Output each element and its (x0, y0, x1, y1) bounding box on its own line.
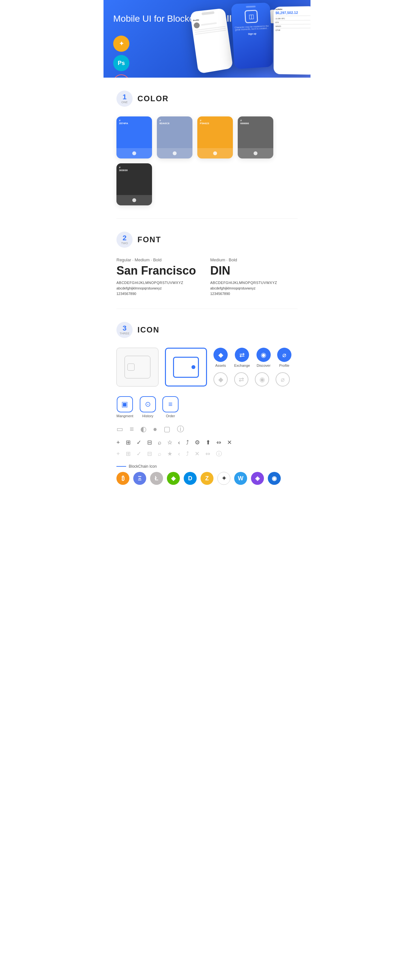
check-m-icon: ✓ (137, 450, 141, 457)
font-section: 2 TWO FONT Regular · Medium · Bold San F… (104, 219, 310, 309)
exchange-icon-filled-circle: ⇄ (235, 348, 249, 362)
color-section-header: 1 ONE COLOR (116, 91, 298, 107)
assets-icon-filled[interactable]: ◆ Assets (213, 348, 228, 368)
assets-icon-outline[interactable]: ◆ (213, 372, 228, 387)
back-m-icon: ‹ (178, 450, 180, 457)
icon-section-number: 3 THREE (116, 322, 132, 338)
swatch-blue: # 3574FA (116, 116, 152, 159)
color-section-number: 1 ONE (116, 91, 132, 107)
star-icon[interactable]: ☆ (167, 439, 172, 446)
zcash-coin-icon: Z (201, 472, 213, 485)
profile-icon-outline[interactable]: ⌀ (275, 372, 290, 387)
exchange-icon-outline-circle: ⇄ (234, 372, 248, 387)
share-m-icon: ⤴ (186, 450, 189, 457)
bitcoin-coin-icon: ₿ (116, 472, 129, 485)
font-grid: Regular · Medium · Bold San Francisco AB… (116, 258, 298, 296)
litecoin-coin-icon: Ł (150, 472, 163, 485)
exchange-icon-outline[interactable]: ⇄ (234, 372, 248, 387)
stack-icon: ≡ (130, 425, 134, 433)
qr-icon[interactable]: ⊟ (147, 439, 152, 446)
check-icon[interactable]: ✓ (137, 439, 141, 446)
bubble-icon: ▢ (164, 425, 170, 433)
close-icon[interactable]: ✕ (227, 439, 232, 446)
iota-coin-icon: ✦ (217, 472, 230, 485)
color-section: 1 ONE COLOR # 3574FA # 8DA0C8 # F5A623 #… (104, 78, 310, 218)
star-filled-icon: ★ (167, 450, 172, 457)
moon-icon: ◐ (140, 425, 146, 433)
wallet-colored-icon (165, 348, 207, 387)
wallet-wireframe-icon (116, 348, 158, 387)
grid-m-icon: ⊞ (126, 450, 131, 457)
color-swatches-container: # 3574FA # 8DA0C8 # F5A623 # 666666 # 30… (116, 116, 298, 205)
phone-right: myWallet $6,297,502.12 12-298 / BTC ETH … (274, 6, 310, 75)
nav-icons-row-outline: ◆ ⇄ ◉ ⌀ (213, 372, 291, 387)
font-block-san-francisco: Regular · Medium · Bold San Francisco AB… (116, 258, 204, 296)
icon-main-demos: ◆ Assets ⇄ Exchange ◉ Discover ⌀ Profile… (116, 348, 298, 387)
management-icon-btn: ▣ (117, 396, 133, 412)
order-icon-btn: ≡ (162, 396, 178, 412)
swatch-black: # 303030 (116, 163, 152, 205)
action-icons-row: ▣ Mangment ⊙ History ≡ Order (116, 396, 298, 418)
circle-icon: ● (153, 425, 157, 433)
color-section-title: COLOR (137, 94, 169, 103)
assets-icon-outline-circle: ◆ (213, 372, 228, 387)
info-m-icon: ⓘ (216, 450, 222, 458)
nav-icons-row: ◆ Assets ⇄ Exchange ◉ Discover ⌀ Profile (213, 348, 291, 368)
resize-m-icon: ⇔ (205, 450, 210, 457)
phone-center: ◫ Character may be mastered in the great… (231, 3, 273, 69)
share-icon[interactable]: ⤴ (186, 439, 189, 446)
plus-icon[interactable]: + (116, 439, 120, 446)
nav-icons-group: ◆ Assets ⇄ Exchange ◉ Discover ⌀ Profile… (213, 348, 291, 387)
grid-edit-icon[interactable]: ⊞ (126, 439, 131, 446)
exchange-icon-filled[interactable]: ⇄ Exchange (234, 348, 250, 368)
discover-icon-filled-circle: ◉ (256, 348, 271, 362)
toolbar-icons-row: +⊞✓⊟⌕☆‹⤴⚙⬆⇔✕ (116, 439, 298, 446)
discover-icon-outline[interactable]: ◉ (255, 372, 269, 387)
font-section-header: 2 TWO FONT (116, 232, 298, 248)
chat-icon: ▭ (116, 425, 123, 433)
ethereum-coin-icon: Ξ (133, 472, 146, 485)
hero-section: Mobile UI for Blockchain Wallet UI Kit ✦… (104, 0, 310, 78)
history-icon-btn: ⊙ (140, 396, 156, 412)
profile-icon-outline-circle: ⌀ (275, 372, 290, 387)
search-icon[interactable]: ⌕ (158, 439, 161, 446)
phone-left: Profile (190, 8, 233, 74)
blockchain-label-row: BlockChain Icon (116, 464, 298, 469)
assets-icon-filled-circle: ◆ (213, 348, 228, 362)
history-icon[interactable]: ⊙ History (140, 396, 156, 418)
icon-section-title: ICON (137, 325, 159, 334)
dash-coin-icon: D (184, 472, 197, 485)
upload-icon[interactable]: ⬆ (206, 439, 210, 446)
info-icon: ⓘ (177, 424, 184, 434)
management-icon[interactable]: ▣ Mangment (116, 396, 133, 418)
toolbar-icons-muted-row: +⊞✓⊟⌕★‹⤴✕⇔ⓘ (116, 450, 298, 458)
qr-m-icon: ⊟ (147, 450, 152, 457)
blockchain-line (116, 466, 126, 467)
order-icon[interactable]: ≡ Order (162, 396, 178, 418)
font-block-din: Medium · Bold DIN ABCDEFGHIJKLMNOPQRSTUV… (210, 258, 298, 296)
hero-badges: ✦ Ps 60+Screens (113, 36, 129, 78)
misc-icons-row: ▭≡◐●▢ⓘ (116, 424, 298, 434)
search-m-icon: ⌕ (158, 450, 161, 457)
discover-icon-filled[interactable]: ◉ Discover (256, 348, 271, 368)
font-section-number: 2 TWO (116, 232, 132, 248)
close-m-icon: ✕ (195, 450, 199, 457)
profile-icon-filled[interactable]: ⌀ Profile (277, 348, 291, 368)
swatch-yellow: # F5A623 (197, 116, 233, 159)
font-section-title: FONT (137, 235, 161, 244)
swatch-dark-gray: # 666666 (238, 116, 273, 159)
blockchain-label: BlockChain Icon (129, 464, 157, 469)
plus-m-icon: + (116, 450, 120, 457)
phones-mockup: Profile ◫ Character may be mastered in t… (194, 3, 310, 75)
sketch-badge: ✦ (113, 36, 129, 52)
unknown-coin-icon: ◉ (268, 472, 281, 485)
resize-icon[interactable]: ⇔ (217, 439, 221, 446)
discover-icon-outline-circle: ◉ (255, 372, 269, 387)
back-icon[interactable]: ‹ (178, 439, 180, 446)
waves-coin-icon: W (234, 472, 247, 485)
polygon-coin-icon: ◈ (251, 472, 264, 485)
icon-section: 3 THREE ICON ◆ Assets ⇄ Exchange ◉ Disco… (104, 309, 310, 498)
neo-coin-icon: ◆ (167, 472, 180, 485)
icon-section-header: 3 THREE ICON (116, 322, 298, 338)
settings-icon[interactable]: ⚙ (195, 439, 200, 446)
